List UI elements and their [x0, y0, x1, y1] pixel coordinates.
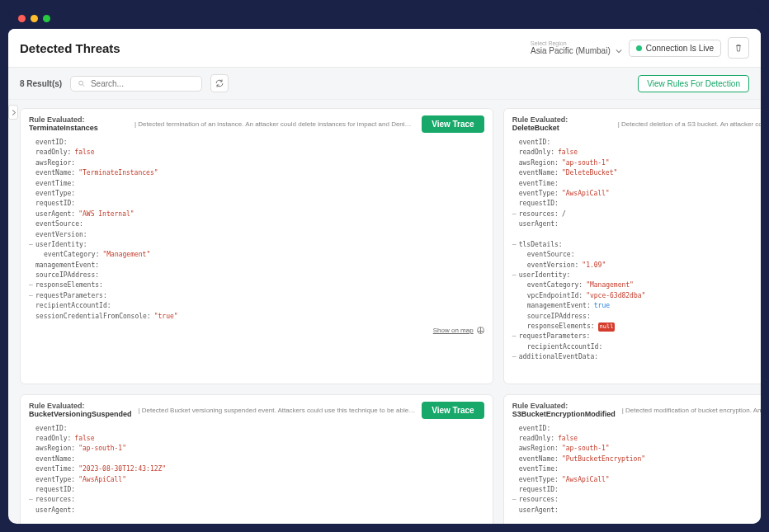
window-max-dot[interactable]: [43, 15, 50, 22]
field-key: eventID: [519, 138, 551, 148]
show-on-map-link[interactable]: Show on map: [512, 368, 761, 375]
field-row: sourceIPAddress: [35, 271, 484, 280]
field-row: sourceIPAddress: [519, 312, 761, 322]
search-box[interactable]: [70, 76, 202, 92]
chevron-down-icon: [616, 48, 622, 54]
threat-card: Rule Evaluated:BucketVersioningSuspended…: [20, 394, 493, 524]
field-row: requestID: [519, 199, 761, 209]
field-value: "1.09": [582, 261, 606, 271]
field-key: userIdentity: [35, 240, 87, 250]
field-row: eventName "PutBucketEncryption": [519, 454, 761, 464]
rule-name: BucketVersioningSuspended: [29, 410, 132, 418]
field-key: managementEvent: [527, 301, 591, 311]
event-fields: eventIDreadOnly falseawsRegion "ap-south…: [29, 424, 484, 524]
field-key: eventType: [35, 189, 75, 199]
field-row: eventVersion: [35, 230, 484, 240]
field-row: eventCategory "Management": [519, 280, 761, 290]
view-rules-button[interactable]: View Rules For Detection: [638, 75, 749, 92]
field-key: eventName: [519, 454, 559, 464]
connection-label: Connection Is Live: [646, 44, 714, 53]
field-key: readOnly: [35, 148, 71, 158]
field-row: awsRegion "ap-south-1": [35, 444, 484, 454]
field-row: requestParameters: [35, 291, 484, 301]
region-label: Select Region: [531, 40, 567, 46]
field-key: eventVersion: [527, 261, 579, 271]
field-value: false: [74, 434, 94, 444]
field-key: eventName: [35, 454, 75, 464]
field-key: eventTime: [519, 464, 559, 474]
event-fields: eventIDreadOnly falseawsRegion "ap-south…: [512, 424, 761, 524]
field-key: eventName: [519, 168, 559, 178]
field-key: eventID: [35, 424, 68, 434]
live-dot-icon: [636, 45, 642, 51]
field-row: readOnly false: [519, 148, 761, 158]
window-close-dot[interactable]: [18, 15, 26, 22]
field-key: eventType: [519, 189, 559, 199]
field-row: requestID: [519, 485, 761, 495]
field-row: eventTime: [519, 464, 761, 474]
field-key: userAgent: [35, 506, 75, 516]
field-key: recipientAccountId: [527, 342, 603, 352]
field-key: resources: [35, 495, 75, 505]
field-row: userIdentity: [519, 271, 761, 280]
field-key: responseElements: [35, 280, 103, 290]
window-min-dot[interactable]: [31, 15, 38, 22]
field-value: "true": [154, 312, 178, 322]
threat-description: | Detected deletion of a S3 bucket. An a…: [618, 120, 761, 128]
field-row: userAgent: [519, 506, 761, 516]
field-row: eventSource: [35, 219, 484, 229]
field-key: requestID: [519, 485, 559, 495]
rule-evaluated-label: Rule Evaluated:: [512, 402, 616, 410]
field-row: eventName "TerminateInstances": [35, 168, 484, 178]
field-row: resources /: [519, 210, 761, 219]
field-key: sessionCredentialFromConsole: [35, 312, 151, 322]
field-key: eventTime: [519, 179, 559, 189]
field-row: awsRegion "ap-south-1": [519, 158, 761, 168]
threat-description: | Detected Bucket versioning suspended e…: [139, 407, 416, 414]
field-row: responseElements null: [519, 322, 761, 332]
field-row: resources: [519, 495, 761, 505]
delete-button[interactable]: [728, 37, 749, 59]
field-value: /: [562, 210, 566, 219]
collapse-handle[interactable]: [8, 105, 18, 120]
field-value: false: [74, 148, 94, 158]
field-key: userIdentity: [519, 271, 571, 280]
field-key: readOnly: [519, 434, 554, 444]
field-row: managementEvent: [35, 261, 484, 271]
field-row: eventSource: [519, 250, 761, 260]
field-value: "AwsApiCall": [78, 475, 126, 485]
field-key: sourceIPAddress: [527, 312, 591, 322]
view-trace-button[interactable]: View Trace: [422, 115, 484, 133]
show-on-map-link[interactable]: Show on map: [29, 327, 484, 334]
field-row: [35, 516, 484, 524]
field-value: "Management": [102, 250, 150, 260]
field-row: readOnly false: [35, 148, 484, 158]
field-value: "AWS Internal": [78, 210, 134, 219]
field-row: eventTime: [519, 179, 761, 189]
result-count: 8 Result(s): [20, 79, 62, 88]
field-row: requestID: [35, 199, 484, 209]
region-select[interactable]: Select Region Asia Pacific (Mumbai): [531, 40, 622, 55]
page-title: Detected Threats: [20, 41, 120, 55]
field-key: managementEvent: [35, 261, 99, 271]
event-fields: eventIDreadOnly falseawsRegion "ap-south…: [512, 138, 761, 363]
field-value: "TerminateInstances": [78, 168, 158, 178]
field-value: "DeleteBucket": [562, 168, 617, 178]
field-row: sessionCredentialFromConsole "true": [35, 312, 484, 322]
field-row: eventTime: [35, 179, 484, 189]
field-key: awsRegion: [35, 444, 75, 454]
field-row: eventName: [35, 454, 484, 464]
view-trace-button[interactable]: View Trace: [422, 402, 484, 419]
field-row: managementEvent true: [519, 301, 761, 311]
search-input[interactable]: [91, 79, 195, 88]
threat-card: Rule Evaluated:TerminateInstances| Detec…: [20, 108, 493, 384]
globe-icon: [477, 327, 484, 334]
svg-point-0: [79, 81, 83, 85]
field-row: requestID: [35, 485, 484, 495]
field-key: tlsDetails: [519, 240, 563, 250]
field-row: readOnly false: [35, 434, 484, 444]
field-key: eventName: [35, 168, 75, 178]
field-value: "vpce-63d82dba": [586, 291, 645, 301]
refresh-button[interactable]: [210, 74, 229, 92]
field-row: requestParameters: [519, 332, 761, 341]
